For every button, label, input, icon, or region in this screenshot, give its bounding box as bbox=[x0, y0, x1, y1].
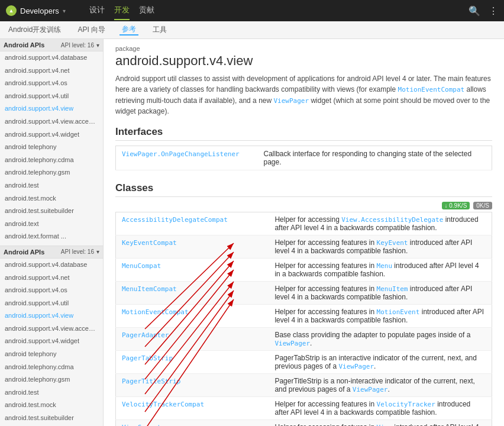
classes-table: AccessibilityDelegateCompat Helper for a… bbox=[115, 212, 492, 426]
sidebar-item[interactable]: android.support.v4.os bbox=[0, 284, 103, 297]
sidebar-item[interactable]: android.support.v4.widget bbox=[0, 335, 103, 348]
sidebar-item[interactable]: android.support.v4.util bbox=[0, 297, 103, 310]
main-layout: Android APIs API level: 16 ▾ android.sup… bbox=[0, 39, 504, 426]
viewpager-link[interactable]: ViewPager bbox=[273, 97, 309, 105]
interface-link-viewpager-onpagechangelistener[interactable]: ViewPager.OnPageChangeListener bbox=[122, 150, 240, 158]
sidebar-item-ellipsis[interactable]: android.text.format ... bbox=[0, 230, 103, 243]
table-row: MenuCompat Helper for accessing features… bbox=[116, 259, 492, 282]
tab-api-guide[interactable]: API 向导 bbox=[75, 25, 108, 35]
sidebar-item[interactable]: android.telephony.cdma bbox=[0, 361, 103, 374]
sidebar-section-2: Android APIs API level: 16 ▾ android.sup… bbox=[0, 246, 103, 426]
sidebar-item[interactable]: android.telephony.gsm bbox=[0, 373, 103, 386]
menuitem-link[interactable]: MenuItem bbox=[377, 285, 408, 293]
table-row: VelocityTrackerCompat Helper for accessi… bbox=[116, 397, 492, 420]
class-link-menucompat[interactable]: MenuCompat bbox=[122, 262, 161, 270]
sidebar-item-active-2[interactable]: android.support.v4.view bbox=[0, 309, 103, 322]
table-row: MenuItemCompat Helper for accessing feat… bbox=[116, 282, 492, 305]
sidebar-item[interactable]: android.telephony.cdma bbox=[0, 154, 103, 167]
table-row: PagerTitleStrip PagerTitleStrip is a non… bbox=[116, 374, 492, 397]
classes-table-header: ↓ 0.9K/S 0K/S bbox=[115, 202, 492, 209]
sidebar-item[interactable]: android telephony bbox=[0, 348, 103, 361]
sidebar-item[interactable]: android.support.v4.os bbox=[0, 77, 103, 90]
sidebar-item[interactable]: android.telephony.gsm bbox=[0, 166, 103, 179]
interface-desc: Callback interface for responding to cha… bbox=[258, 146, 492, 170]
class-link-accessibilitydelegatecompat[interactable]: AccessibilityDelegateCompat bbox=[122, 216, 228, 224]
sidebar-section-2-api: API level: 16 ▾ bbox=[61, 248, 99, 255]
motioneventcompat-link[interactable]: MotionEventCompat bbox=[398, 86, 465, 93]
content-area: package android.support.v4.view Android … bbox=[104, 39, 504, 426]
table-row: MotionEventCompat Helper for accessing f… bbox=[116, 305, 492, 328]
interfaces-section-title: Interfaces bbox=[115, 126, 492, 141]
velocitytracker-link[interactable]: VelocityTracker bbox=[377, 401, 435, 408]
nav-design[interactable]: 设计 bbox=[89, 1, 105, 20]
sidebar: Android APIs API level: 16 ▾ android.sup… bbox=[0, 39, 104, 426]
sidebar-item[interactable]: android.test.suitebuilder bbox=[0, 205, 103, 218]
nav-contribute[interactable]: 贡献 bbox=[139, 1, 154, 20]
class-desc: Base class providing the adapter to popu… bbox=[269, 328, 492, 351]
view-accessibility-delegate-link[interactable]: View.AccessibilityDelegate bbox=[341, 216, 443, 224]
class-desc: Helper for accessing features in MotionE… bbox=[269, 305, 492, 328]
top-nav: 设计 开发 贡献 bbox=[89, 1, 154, 20]
keyevent-link[interactable]: KeyEvent bbox=[377, 239, 408, 247]
search-icon[interactable]: 🔍 bbox=[469, 5, 480, 17]
class-link-velocitytrackercompat[interactable]: VelocityTrackerCompat bbox=[122, 401, 204, 408]
content-wrapper: package android.support.v4.view Android … bbox=[115, 45, 492, 426]
sidebar-item[interactable]: android.support.v4.database bbox=[0, 51, 103, 64]
sidebar-section-1: Android APIs API level: 16 ▾ android.sup… bbox=[0, 39, 103, 246]
chevron-icon-2[interactable]: ▾ bbox=[96, 248, 99, 255]
more-icon[interactable]: ⋮ bbox=[489, 5, 498, 17]
class-desc: PagerTitleStrip is a non-interactive ind… bbox=[269, 374, 492, 397]
sidebar-item[interactable]: android.support.v4.view.accessibility bbox=[0, 115, 103, 128]
tab-tools[interactable]: 工具 bbox=[150, 25, 169, 35]
sidebar-item[interactable]: android.support.v4.util bbox=[0, 90, 103, 103]
nav-develop[interactable]: 开发 bbox=[114, 1, 130, 20]
class-desc: Helper for accessing features in Velocit… bbox=[269, 397, 492, 420]
size-badge-1: ↓ 0.9K/S bbox=[442, 202, 470, 209]
sidebar-item[interactable]: android.test bbox=[0, 386, 103, 399]
tab-training[interactable]: Android开发训练 bbox=[6, 25, 63, 35]
table-row: PagerTabStrip PagerTabStrip is an intera… bbox=[116, 351, 492, 374]
sidebar-item[interactable]: android telephony bbox=[0, 141, 103, 154]
logo-dropdown-icon[interactable]: ▾ bbox=[63, 8, 66, 14]
logo: ▲ Developers ▾ bbox=[6, 5, 66, 16]
table-row: ViewPager.OnPageChangeListener Callback … bbox=[116, 146, 492, 170]
view-link[interactable]: View bbox=[377, 424, 393, 426]
class-link-keyeventcompat[interactable]: KeyEventCompat bbox=[122, 239, 177, 247]
sidebar-item[interactable]: android.test.mock bbox=[0, 192, 103, 205]
chevron-icon[interactable]: ▾ bbox=[96, 42, 99, 49]
class-link-viewcompat[interactable]: ViewCompat bbox=[122, 424, 161, 426]
sidebar-item[interactable]: android.text bbox=[0, 218, 103, 231]
sidebar-item[interactable]: android.support.v4.net bbox=[0, 64, 103, 78]
sidebar-item-active[interactable]: android.support.v4.view bbox=[0, 102, 103, 115]
class-desc: Helper for accessing View.AccessibilityD… bbox=[269, 212, 492, 235]
sidebar-item[interactable]: android.support.v4.database bbox=[0, 259, 103, 272]
interfaces-table: ViewPager.OnPageChangeListener Callback … bbox=[115, 146, 492, 170]
viewpager-link-3[interactable]: ViewPager bbox=[339, 363, 374, 370]
menu-link[interactable]: Menu bbox=[377, 262, 393, 270]
sidebar-item[interactable]: android.test.mock bbox=[0, 399, 103, 412]
table-row: AccessibilityDelegateCompat Helper for a… bbox=[116, 212, 492, 235]
class-link-pageradapter[interactable]: PagerAdapter bbox=[122, 331, 169, 339]
top-bar-actions: 🔍 ⋮ bbox=[469, 5, 498, 17]
class-desc: Helper for accessing features in Menu in… bbox=[269, 259, 492, 282]
class-desc: Helper for accessing features in MenuIte… bbox=[269, 282, 492, 305]
viewpager-link-2[interactable]: ViewPager bbox=[274, 340, 310, 347]
class-link-menuitemcompat[interactable]: MenuItemCompat bbox=[122, 285, 177, 293]
sidebar-item[interactable]: android.test bbox=[0, 179, 103, 192]
class-link-pagertabstrip[interactable]: PagerTabStrip bbox=[122, 354, 173, 362]
sidebar-item[interactable]: android.support.v4.widget bbox=[0, 128, 103, 141]
android-icon: ▲ bbox=[6, 5, 17, 16]
sidebar-section-1-header: Android APIs API level: 16 ▾ bbox=[0, 39, 103, 51]
sidebar-item[interactable]: android.support.v4.net bbox=[0, 272, 103, 285]
motionevent-link[interactable]: MotionEvent bbox=[377, 308, 420, 316]
class-link-pagertitlestrip[interactable]: PagerTitleStrip bbox=[122, 377, 180, 385]
class-link-motioneventcompat[interactable]: MotionEventCompat bbox=[122, 308, 189, 316]
sidebar-section-2-header: Android APIs API level: 16 ▾ bbox=[0, 246, 103, 259]
sidebar-item[interactable]: android.support.v4.view.accessibility bbox=[0, 322, 103, 335]
sidebar-item[interactable]: android.test.suitebuilder bbox=[0, 412, 103, 425]
class-desc: Helper for accessing features in View in… bbox=[269, 420, 492, 427]
top-nav-bar: ▲ Developers ▾ 设计 开发 贡献 🔍 ⋮ bbox=[0, 0, 504, 21]
tab-reference[interactable]: 参考 bbox=[119, 24, 138, 36]
viewpager-link-4[interactable]: ViewPager bbox=[353, 386, 388, 393]
table-row: PagerAdapter Base class providing the ad… bbox=[116, 328, 492, 351]
